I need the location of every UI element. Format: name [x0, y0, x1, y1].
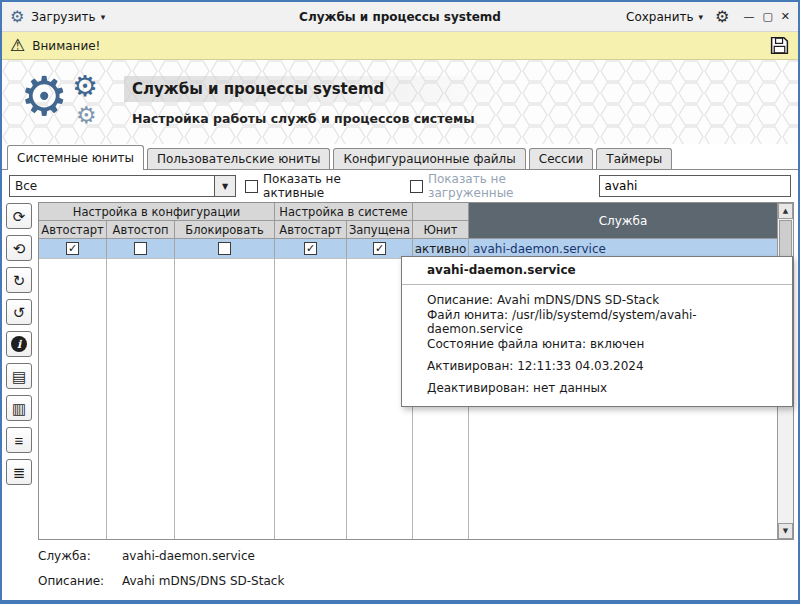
- header-unit: Юнит: [413, 221, 469, 239]
- revert-button[interactable]: ⟲: [6, 235, 32, 261]
- save-file-icon[interactable]: [769, 35, 790, 56]
- table-row-cell-block: [175, 239, 275, 259]
- gear-icon: ⚙: [76, 104, 97, 127]
- running-checkbox[interactable]: ✓: [373, 242, 386, 255]
- table-filler: [107, 259, 175, 539]
- header-block: Блокировать: [175, 221, 275, 239]
- side-toolbar: ⟳ ⟲ ↻ ↺ i ▤ ▥ ≡ ≣: [6, 202, 38, 540]
- app-gear-icon: ⚙: [10, 9, 24, 25]
- warning-bar: ⚠ Внимание!: [2, 32, 798, 60]
- header-autostart-config: Автостарт: [39, 221, 107, 239]
- block-checkbox[interactable]: [218, 242, 231, 255]
- refresh-button[interactable]: ⟳: [6, 203, 32, 229]
- chevron-down-icon: ▾: [101, 12, 106, 22]
- main-area: ⟳ ⟲ ↻ ↺ i ▤ ▥ ≡ ≣ Настройка в конфигурац…: [2, 202, 798, 540]
- titlebar: ⚙ Загрузить ▾ Службы и процессы systemd …: [2, 2, 798, 32]
- tab-user-units[interactable]: Пользовательские юниты: [147, 148, 330, 169]
- show-inactive-checkbox-group: Показать не активные: [245, 172, 401, 200]
- info-button[interactable]: i: [6, 331, 32, 357]
- tooltip-body: Описание: Avahi mDNS/DNS SD-Stack Файл ю…: [402, 285, 792, 406]
- table-filler: [39, 259, 107, 539]
- table-filler: [275, 259, 347, 539]
- tab-sessions[interactable]: Сессии: [529, 148, 594, 169]
- refresh-icon: ⟳: [13, 209, 26, 224]
- minimize-icon[interactable]: —: [743, 11, 754, 22]
- warning-label: Внимание!: [32, 39, 100, 53]
- header-service: Служба: [469, 203, 777, 239]
- filter-row: Все ▼ Показать не активные Показать не з…: [2, 170, 798, 202]
- header-group-system: Настройка в системе: [275, 203, 413, 221]
- search-input[interactable]: [599, 175, 791, 197]
- page-subtitle: Настройка работы служб и процессов систе…: [124, 111, 504, 126]
- autostop-checkbox[interactable]: [134, 242, 147, 255]
- file-icon: ▤: [12, 369, 26, 384]
- gear-icon: ⚙: [20, 70, 68, 124]
- scroll-down-icon[interactable]: ▼: [778, 523, 793, 539]
- save-menu-button[interactable]: Сохранить ▾: [626, 10, 703, 24]
- autostart-config-checkbox[interactable]: ✓: [66, 242, 79, 255]
- page-title: Службы и процессы systemd: [124, 76, 504, 102]
- undo-button[interactable]: ↺: [6, 299, 32, 325]
- services-gears-icon: ⚙ ⚙ ⚙: [20, 68, 120, 138]
- tooltip-title: avahi-daemon.service: [402, 257, 792, 285]
- tab-system-units[interactable]: Системные юниты: [7, 145, 144, 170]
- load-menu-label: Загрузить: [31, 10, 95, 24]
- footer-service-label: Служба:: [38, 549, 122, 563]
- gear-icon: ⚙: [72, 72, 98, 101]
- show-unloaded-checkbox[interactable]: [410, 180, 423, 193]
- unit-tooltip: avahi-daemon.service Описание: Avahi mDN…: [401, 256, 793, 407]
- autostart-system-checkbox[interactable]: ✓: [304, 242, 317, 255]
- scroll-up-icon[interactable]: ▲: [778, 203, 793, 219]
- status-footer: Служба: avahi-daemon.service Описание: A…: [2, 540, 798, 600]
- redo-icon: ↻: [13, 273, 26, 288]
- redo-button[interactable]: ↻: [6, 267, 32, 293]
- unit-type-combobox[interactable]: Все ▼: [9, 175, 236, 197]
- journal-icon: ≡: [15, 433, 24, 448]
- combobox-arrow-icon[interactable]: ▼: [214, 176, 235, 196]
- units-table: Настройка в конфигурации Настройка в сис…: [38, 202, 794, 540]
- app-header: ⚙ ⚙ ⚙ Службы и процессы systemd Настройк…: [2, 60, 798, 144]
- file-log-icon: ▥: [12, 401, 26, 416]
- list-icon: ≣: [13, 465, 26, 480]
- show-inactive-checkbox[interactable]: [245, 180, 258, 193]
- scrollbar-thumb[interactable]: [779, 220, 792, 258]
- unit-log-button[interactable]: ▥: [6, 395, 32, 421]
- footer-description-value: Avahi mDNS/DNS SD-Stack: [122, 574, 284, 588]
- unit-file-button[interactable]: ▤: [6, 363, 32, 389]
- tab-bar: Системные юниты Пользовательские юниты К…: [2, 144, 798, 170]
- show-unloaded-checkbox-group: Показать не загруженные: [410, 172, 590, 200]
- journal-button[interactable]: ≡: [6, 427, 32, 453]
- list-button[interactable]: ≣: [6, 459, 32, 485]
- undo-icon: ↺: [13, 305, 26, 320]
- tab-timers[interactable]: Таймеры: [596, 148, 672, 169]
- footer-service-value: avahi-daemon.service: [122, 549, 255, 563]
- header-autostart-system: Автостарт: [275, 221, 347, 239]
- table-row-cell-autostart-system: ✓: [275, 239, 347, 259]
- tooltip-line-unit-file: Файл юнита: /usr/lib/systemd/system/avah…: [427, 311, 782, 333]
- table-filler: [175, 259, 275, 539]
- combobox-value: Все: [10, 176, 214, 196]
- warning-icon: ⚠: [10, 37, 25, 54]
- revert-icon: ⟲: [13, 241, 26, 256]
- load-menu-button[interactable]: Загрузить ▾: [31, 10, 105, 24]
- save-menu-label: Сохранить: [626, 10, 694, 24]
- header-autostop: Автостоп: [107, 221, 175, 239]
- chevron-down-icon: ▾: [699, 12, 704, 22]
- service-name-link[interactable]: avahi-daemon.service: [473, 242, 606, 256]
- tooltip-line-file-state: Состояние файла юнита: включен: [427, 333, 782, 355]
- tab-config-files[interactable]: Конфигурационные файлы: [333, 148, 525, 169]
- maximize-icon[interactable]: ▢: [762, 11, 772, 22]
- header-group-config: Настройка в конфигурации: [39, 203, 275, 221]
- close-icon[interactable]: ✕: [781, 11, 790, 22]
- footer-description-label: Описание:: [38, 574, 122, 588]
- header-blank: [413, 203, 469, 221]
- header-running: Запущена: [347, 221, 413, 239]
- table-row-cell-autostop: [107, 239, 175, 259]
- settings-gear-icon[interactable]: ⚙: [715, 9, 729, 25]
- app-window: ⚙ Загрузить ▾ Службы и процессы systemd …: [0, 0, 800, 604]
- tooltip-line-activated: Активирован: 12:11:33 04.03.2024: [427, 355, 782, 377]
- tooltip-line-deactivated: Деактивирован: нет данных: [427, 377, 782, 399]
- show-unloaded-label: Показать не загруженные: [428, 172, 590, 200]
- show-inactive-label: Показать не активные: [263, 172, 401, 200]
- window-controls: — ▢ ✕: [743, 11, 790, 22]
